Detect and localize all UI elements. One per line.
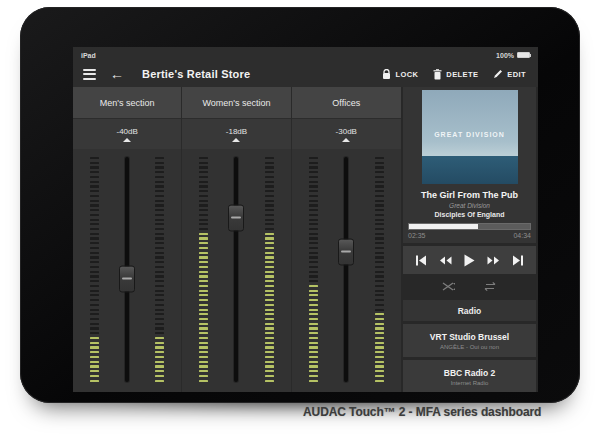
channel-name: Men's section [73, 87, 181, 119]
image-caption: AUDAC Touch™ 2 - MFA series dashboard [303, 405, 541, 419]
trash-icon [433, 69, 442, 80]
channel-mens-section: Men's section -40dB [73, 87, 182, 392]
vu-meter-right [265, 157, 274, 382]
device-label: iPad [81, 52, 96, 59]
track-album: Disciples Of England [403, 211, 536, 218]
level-indicator-icon [123, 138, 131, 142]
vu-meter-left [90, 157, 99, 382]
skip-next-button[interactable] [509, 251, 527, 269]
vu-meter-left [199, 157, 208, 382]
fader-handle[interactable] [119, 265, 135, 292]
transport-controls [403, 246, 536, 274]
play-icon [463, 254, 475, 267]
fader-handle[interactable] [338, 238, 354, 265]
lock-icon [382, 69, 391, 80]
vu-meter-left [309, 157, 318, 382]
lock-button[interactable]: LOCK [382, 69, 418, 80]
fader-area [73, 149, 181, 392]
edit-label: EDIT [507, 70, 526, 79]
channel-offices: Offices -30dB [292, 87, 401, 392]
channel-name: Offices [292, 87, 401, 119]
volume-fader [226, 157, 246, 382]
dashboard-content: Men's section -40dB [73, 87, 538, 392]
radio-station-bbc[interactable]: BBC Radio 2 Internet Radio [403, 360, 536, 392]
station-now-playing: Internet Radio [451, 380, 489, 386]
channel-level: -18dB [182, 119, 290, 149]
album-art: GREAT DIVISION [422, 90, 518, 184]
station-name: BBC Radio 2 [444, 368, 495, 378]
total-time: 04:34 [513, 232, 531, 239]
battery-status: 100% [496, 52, 530, 59]
skip-next-icon [512, 255, 524, 266]
app-screen: iPad 100% ← Bertie's Retail Store LOCK [73, 47, 538, 392]
skip-previous-icon [415, 255, 427, 266]
nav-bar: ← Bertie's Retail Store LOCK DE [73, 61, 538, 87]
fader-track[interactable] [234, 157, 238, 382]
level-indicator-icon [232, 138, 240, 142]
radio-station-vrt[interactable]: VRT Studio Brussel ANGÈLE - Oui ou non [403, 324, 536, 357]
repeat-icon [483, 281, 497, 292]
station-now-playing: ANGÈLE - Oui ou non [440, 344, 499, 350]
repeat-button[interactable] [483, 281, 497, 292]
playback-modes [403, 274, 536, 298]
skip-previous-button[interactable] [412, 251, 430, 269]
channel-db-value: -18dB [226, 127, 247, 136]
fader-track[interactable] [344, 157, 348, 382]
channel-name: Women's section [182, 87, 290, 119]
now-playing-card: GREAT DIVISION The Girl From The Pub Gre… [403, 87, 536, 243]
radio-section-header: Radio [403, 300, 536, 321]
level-indicator-icon [342, 138, 350, 142]
pencil-icon [493, 69, 503, 79]
back-arrow-icon[interactable]: ← [110, 67, 124, 81]
ipad-device-frame: iPad 100% ← Bertie's Retail Store LOCK [20, 7, 580, 403]
album-art-title: GREAT DIVISION [422, 131, 518, 138]
channel-db-value: -40dB [116, 127, 137, 136]
track-artist: Great Division [403, 202, 536, 209]
rewind-button[interactable] [436, 251, 454, 269]
time-row: 02:35 04:34 [403, 230, 536, 239]
channel-db-value: -30dB [336, 127, 357, 136]
volume-fader [117, 157, 137, 382]
menu-icon[interactable] [83, 69, 96, 80]
channel-level: -40dB [73, 119, 181, 149]
fast-forward-icon [487, 256, 500, 265]
page-title: Bertie's Retail Store [142, 68, 250, 80]
mixer-zone: Men's section -40dB [73, 87, 401, 392]
shuffle-button[interactable] [442, 281, 456, 292]
delete-button[interactable]: DELETE [433, 69, 478, 80]
battery-icon [517, 52, 530, 58]
elapsed-time: 02:35 [408, 232, 426, 239]
channel-womens-section: Women's section -18dB [182, 87, 291, 392]
vu-meter-right [155, 157, 164, 382]
volume-fader [336, 157, 356, 382]
track-title: The Girl From The Pub [403, 190, 536, 200]
station-name: VRT Studio Brussel [430, 332, 509, 342]
fader-area [292, 149, 401, 392]
fader-handle[interactable] [228, 204, 244, 231]
lock-label: LOCK [395, 70, 418, 79]
status-bar: iPad 100% [73, 47, 538, 61]
nav-actions: LOCK DELETE EDIT [382, 69, 526, 80]
channel-level: -30dB [292, 119, 401, 149]
vu-meter-right [375, 157, 384, 382]
rewind-icon [439, 256, 452, 265]
fader-area [182, 149, 290, 392]
delete-label: DELETE [446, 70, 478, 79]
battery-percentage: 100% [496, 52, 514, 59]
player-panel: GREAT DIVISION The Girl From The Pub Gre… [401, 87, 538, 392]
progress-bar[interactable] [408, 223, 531, 230]
shuffle-icon [442, 281, 456, 292]
progress-fill [409, 224, 478, 229]
edit-button[interactable]: EDIT [493, 69, 526, 79]
play-button[interactable] [460, 251, 478, 269]
fast-forward-button[interactable] [485, 251, 503, 269]
